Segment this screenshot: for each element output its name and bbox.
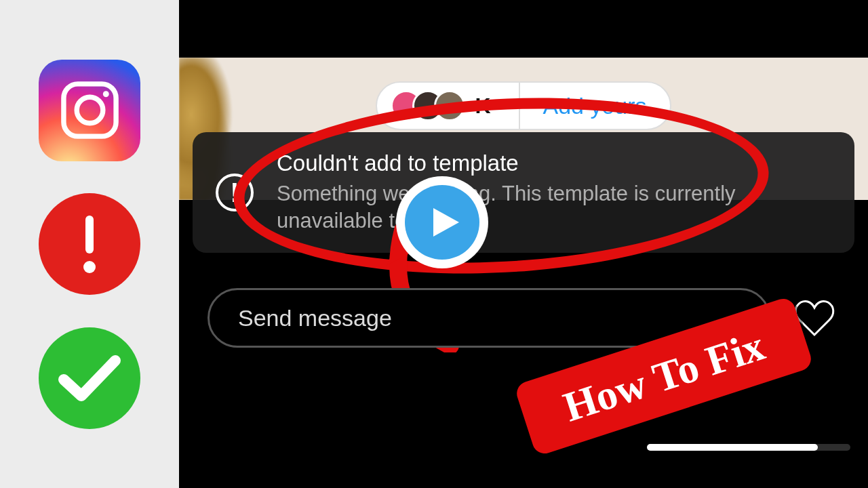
avatar-stack	[391, 90, 465, 121]
svg-point-1	[77, 97, 103, 123]
svg-marker-6	[433, 208, 459, 237]
warning-icon: !	[216, 174, 254, 211]
story-progress-bar[interactable]	[647, 444, 850, 451]
viewer-count-label: K	[475, 94, 491, 119]
add-yours-sticker[interactable]: K Add yours	[376, 81, 671, 130]
screenshot-area: K Add yours ! Couldn't add to template S…	[179, 0, 868, 488]
send-message-placeholder: Send message	[238, 305, 392, 331]
svg-point-2	[102, 91, 108, 97]
play-icon	[405, 185, 479, 260]
thumbnail-sidebar	[0, 0, 179, 488]
svg-point-4	[83, 261, 96, 273]
video-play-button[interactable]	[399, 179, 486, 266]
toast-body: Something went wrong. This template is c…	[277, 180, 831, 235]
instagram-logo-icon	[39, 60, 140, 161]
add-yours-button[interactable]: Add yours	[519, 83, 670, 129]
svg-rect-3	[85, 216, 94, 253]
toast-title: Couldn't add to template	[277, 150, 831, 176]
error-toast: ! Couldn't add to template Something wen…	[193, 132, 854, 253]
check-icon	[39, 327, 140, 429]
viewer-count: K	[377, 90, 518, 121]
alert-icon	[39, 193, 140, 295]
svg-rect-0	[63, 84, 115, 136]
